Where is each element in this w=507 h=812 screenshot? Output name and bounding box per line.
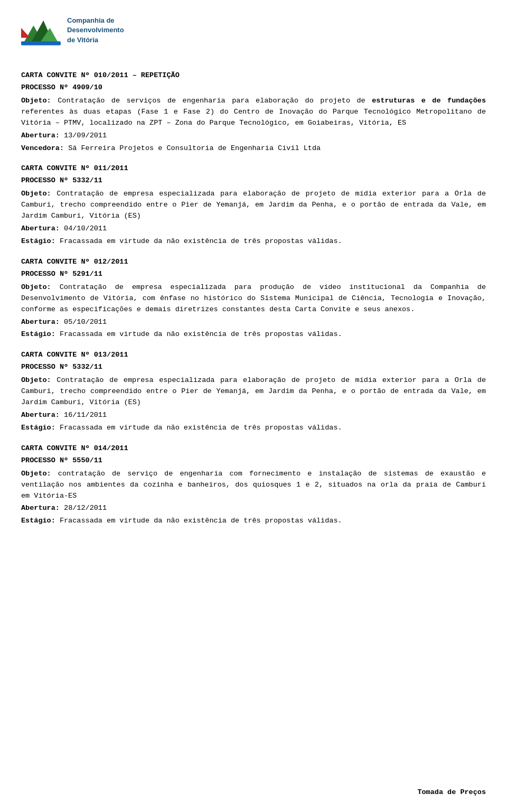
cc012-process: PROCESSO Nº 5291/11 xyxy=(21,269,486,280)
cc011-estagio-label: Estágio: xyxy=(21,237,55,245)
cc010-objeto: Objeto: Contratação de serviços de engen… xyxy=(21,96,486,129)
cc010-bold1: estruturas e de fundações xyxy=(372,97,486,105)
cc014-estagio-text: Fracassada em virtude da não existência … xyxy=(60,517,342,525)
cc014-abertura-label: Abertura: xyxy=(21,504,60,512)
cc013-objeto-label: Objeto: xyxy=(21,376,51,384)
logo-area: Companhia de Desenvolvimento de Vitória xyxy=(21,11,124,50)
page: Companhia de Desenvolvimento de Vitória … xyxy=(0,0,507,812)
cc011-estagio: Estágio: Fracassada em virtude da não ex… xyxy=(21,236,486,247)
cc014-objeto: Objeto: contratação de serviço de engenh… xyxy=(21,469,486,502)
cc013-abertura-label: Abertura: xyxy=(21,411,60,419)
cc011-objeto-text: Contratação de empresa especializada par… xyxy=(21,190,486,220)
cc010-abertura-date: 13/09/2011 xyxy=(64,132,107,139)
content: CARTA CONVITE Nº 010/2011 – REPETIÇÃO PR… xyxy=(21,70,486,527)
cc012-estagio-label: Estágio: xyxy=(21,330,55,338)
cc010-vencedora: Vencedora: Sá Ferreira Projetos e Consul… xyxy=(21,143,486,154)
cc014-abertura-date: 28/12/2011 xyxy=(64,504,107,512)
cc010-process: PROCESSO Nº 4909/10 xyxy=(21,82,486,94)
cc013-abertura: Abertura: 16/11/2011 xyxy=(21,410,486,421)
cc011-process: PROCESSO Nº 5332/11 xyxy=(21,175,486,186)
header: Companhia de Desenvolvimento de Vitória xyxy=(21,11,486,55)
cc011-objeto-label: Objeto: xyxy=(21,190,51,198)
cc010-objeto-label: Objeto: xyxy=(21,97,51,105)
cc011-abertura: Abertura: 04/10/2011 xyxy=(21,223,486,235)
cc014-abertura: Abertura: 28/12/2011 xyxy=(21,503,486,514)
cc010-abertura: Abertura: 13/09/2011 xyxy=(21,130,486,142)
section-cc012: CARTA CONVITE Nº 012/2011 PROCESSO Nº 52… xyxy=(21,257,486,340)
cc014-objeto-label: Objeto: xyxy=(21,470,51,478)
cc012-estagio: Estágio: Fracassada em virtude da não ex… xyxy=(21,329,486,340)
cc011-objeto: Objeto: Contratação de empresa especiali… xyxy=(21,189,486,222)
cc010-title: CARTA CONVITE Nº 010/2011 – REPETIÇÃO xyxy=(21,70,486,81)
svg-rect-3 xyxy=(21,41,61,45)
section-cc013: CARTA CONVITE Nº 013/2011 PROCESSO Nº 53… xyxy=(21,350,486,433)
cc011-estagio-text: Fracassada em virtude da não existência … xyxy=(60,237,342,245)
cc014-title: CARTA CONVITE Nº 014/2011 xyxy=(21,443,486,454)
cc013-objeto-text: Contratação de empresa especializada par… xyxy=(21,376,486,406)
company-logo xyxy=(21,11,61,50)
section-cc010: CARTA CONVITE Nº 010/2011 – REPETIÇÃO PR… xyxy=(21,70,486,154)
cc010-abertura-label: Abertura: xyxy=(21,132,60,139)
cc014-objeto-text: contratação de serviço de engenharia com… xyxy=(21,470,486,500)
cc011-title: CARTA CONVITE Nº 011/2011 xyxy=(21,163,486,174)
cc012-estagio-text: Fracassada em virtude da não existência … xyxy=(60,330,342,338)
cc011-abertura-date: 04/10/2011 xyxy=(64,225,107,232)
cc014-process: PROCESSO Nº 5550/11 xyxy=(21,455,486,466)
section-cc014: CARTA CONVITE Nº 014/2011 PROCESSO Nº 55… xyxy=(21,443,486,527)
cc013-estagio: Estágio: Fracassada em virtude da não ex… xyxy=(21,423,486,434)
cc013-objeto: Objeto: Contratação de empresa especiali… xyxy=(21,375,486,408)
cc013-estagio-label: Estágio: xyxy=(21,424,55,432)
cc013-estagio-text: Fracassada em virtude da não existência … xyxy=(60,424,342,432)
cc012-objeto-text: Contratação de empresa especializada par… xyxy=(21,283,486,313)
cc012-title: CARTA CONVITE Nº 012/2011 xyxy=(21,257,486,268)
cc013-process: PROCESSO Nº 5332/11 xyxy=(21,362,486,373)
cc010-vencedora-text: Sá Ferreira Projetos e Consultoria de En… xyxy=(68,144,321,152)
cc012-abertura-date: 05/10/2011 xyxy=(64,318,107,326)
cc012-abertura-label: Abertura: xyxy=(21,318,60,326)
cc012-objeto-label: Objeto: xyxy=(21,283,51,291)
cc010-vencedora-label: Vencedora: xyxy=(21,144,64,152)
section-cc011: CARTA CONVITE Nº 011/2011 PROCESSO Nº 53… xyxy=(21,163,486,247)
bottom-label: Tomada de Preços xyxy=(417,788,486,796)
cc012-abertura: Abertura: 05/10/2011 xyxy=(21,317,486,328)
cc013-abertura-date: 16/11/2011 xyxy=(64,411,107,419)
cc014-estagio-label: Estágio: xyxy=(21,517,55,525)
cc014-estagio: Estágio: Fracassada em virtude da não ex… xyxy=(21,516,486,527)
cc013-title: CARTA CONVITE Nº 013/2011 xyxy=(21,350,486,361)
cc012-objeto: Objeto: Contratação de empresa especiali… xyxy=(21,282,486,315)
cc011-abertura-label: Abertura: xyxy=(21,225,60,232)
logo-text: Companhia de Desenvolvimento de Vitória xyxy=(67,16,124,45)
